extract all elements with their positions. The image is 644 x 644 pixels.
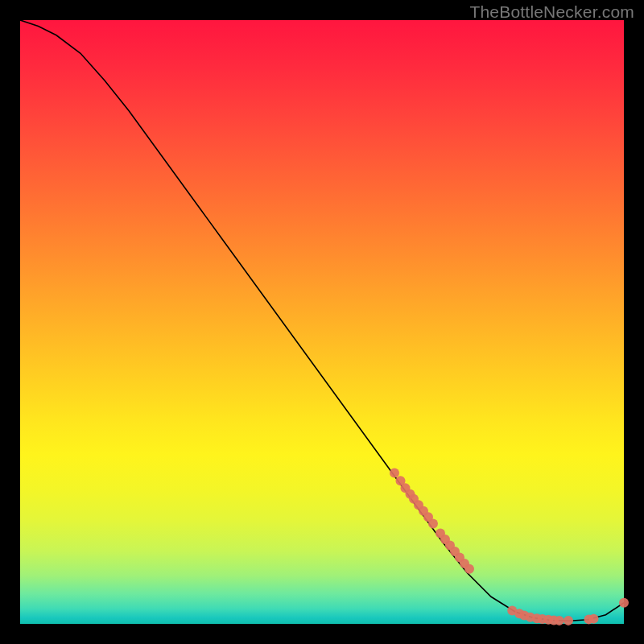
data-point (619, 598, 629, 608)
data-point (555, 616, 564, 625)
data-point (589, 614, 599, 624)
data-point (564, 616, 573, 625)
data-point (428, 519, 438, 529)
data-point (390, 469, 399, 478)
bottleneck-curve (20, 20, 624, 621)
chart-frame: TheBottleNecker.com (0, 0, 644, 644)
chart-svg (20, 20, 624, 624)
chart-plot-area (20, 20, 624, 624)
watermark-text: TheBottleNecker.com (469, 2, 634, 22)
data-point (464, 564, 474, 574)
data-points (390, 469, 629, 625)
